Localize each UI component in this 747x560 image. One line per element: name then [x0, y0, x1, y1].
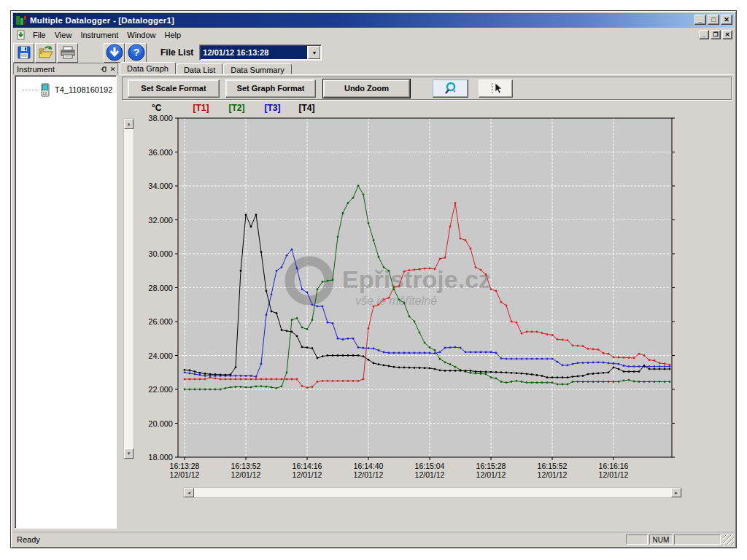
app-window: Multiple Datalogger - [Datalogger1] _ □ …: [10, 10, 737, 548]
file-list-combobox[interactable]: 12/01/12 16:13:28 ▼: [199, 44, 322, 61]
open-folder-icon: [38, 45, 54, 60]
tree-item-datalogger[interactable]: T4_1108160192: [15, 82, 116, 98]
mdi-minimize-button[interactable]: _: [699, 30, 709, 39]
maximize-button[interactable]: □: [708, 15, 719, 25]
tab-data-list[interactable]: Data List: [177, 63, 222, 74]
save-button[interactable]: [13, 43, 34, 63]
svg-text:12/01/12: 12/01/12: [354, 470, 384, 479]
print-button[interactable]: [57, 43, 78, 63]
tab-data-summary[interactable]: Data Summary: [223, 63, 291, 74]
menu-view[interactable]: View: [50, 29, 77, 41]
svg-text:36.000: 36.000: [148, 148, 173, 157]
instrument-panel-title: Instrument: [17, 65, 55, 74]
svg-text:12/01/12: 12/01/12: [476, 470, 506, 479]
app-icon: [15, 15, 27, 26]
tab-strip: Data Graph Data List Data Summary: [120, 62, 734, 74]
status-cell-1: [626, 534, 648, 545]
svg-text:32.000: 32.000: [148, 216, 173, 225]
collect-data-button[interactable]: [104, 43, 125, 63]
mdi-restore-button[interactable]: ❐: [711, 30, 721, 39]
question-mark-icon: ?: [128, 44, 145, 61]
svg-text:vše je měřitelné: vše je měřitelné: [355, 295, 437, 307]
printer-icon: [60, 45, 76, 60]
svg-text:16:14:40: 16:14:40: [354, 462, 384, 470]
status-bar: Ready NUM: [13, 532, 734, 545]
magnifier-icon: [444, 82, 458, 95]
svg-text:16:15:52: 16:15:52: [538, 462, 568, 470]
status-cell-2: [674, 534, 721, 545]
data-graph-page: Set Scale Format Set Graph Format Undo Z…: [120, 74, 734, 530]
svg-text:12/01/12: 12/01/12: [415, 470, 445, 479]
set-scale-format-button[interactable]: Set Scale Format: [128, 79, 220, 98]
save-icon: [17, 45, 31, 60]
mdi-system-icon[interactable]: [15, 30, 26, 40]
pin-icon[interactable]: [98, 65, 108, 74]
svg-text:12/01/12: 12/01/12: [170, 470, 200, 479]
tree-item-label: T4_1108160192: [55, 85, 112, 94]
zoom-tool-button[interactable]: [433, 79, 468, 98]
svg-text:12/01/12: 12/01/12: [538, 470, 568, 479]
svg-text:24.000: 24.000: [148, 351, 173, 360]
svg-text:26.000: 26.000: [148, 317, 173, 326]
instrument-panel: Instrument ✕ T4_1108160192: [13, 63, 118, 530]
resize-grip[interactable]: [723, 534, 734, 545]
menu-instrument[interactable]: Instrument: [76, 29, 123, 41]
graph-toolbar: Set Scale Format Set Graph Format Undo Z…: [122, 77, 732, 100]
menu-window[interactable]: Window: [123, 29, 160, 41]
svg-text:16:13:52: 16:13:52: [231, 462, 261, 470]
svg-text:12/01/12: 12/01/12: [293, 470, 322, 479]
svg-text:12/01/12: 12/01/12: [231, 470, 261, 479]
datalogger-device-icon: [41, 83, 50, 97]
instrument-tree: T4_1108160192: [15, 75, 117, 529]
title-bar: Multiple Datalogger - [Datalogger1] _ □ …: [13, 13, 734, 28]
svg-text:34.000: 34.000: [148, 182, 173, 190]
svg-text:16:15:04: 16:15:04: [415, 462, 445, 470]
horizontal-scrollbar[interactable]: ◄ ►: [183, 487, 682, 498]
scroll-left-icon[interactable]: ◄: [184, 488, 194, 497]
scroll-right-icon[interactable]: ►: [671, 488, 681, 497]
main-toolbar: ? File List 12/01/12 16:13:28 ▼: [13, 42, 734, 63]
select-tool-button[interactable]: [479, 79, 513, 98]
scroll-up-icon[interactable]: ▲: [124, 119, 133, 129]
cursor-arrow-icon: [489, 82, 503, 95]
svg-text:12/01/12: 12/01/12: [599, 470, 629, 479]
svg-text:16:14:16: 16:14:16: [293, 462, 322, 470]
undo-zoom-button[interactable]: Undo Zoom: [323, 79, 410, 98]
svg-text:16:13:28: 16:13:28: [170, 462, 200, 470]
svg-text:18.000: 18.000: [148, 453, 173, 462]
y-axis-labels: 38.00036.00034.00032.00030.00028.00026.0…: [148, 114, 173, 462]
x-axis-labels: 16:13:2812/01/1216:13:5212/01/1216:14:16…: [170, 462, 629, 479]
num-lock-indicator: NUM: [649, 534, 673, 545]
close-button[interactable]: ✕: [721, 15, 732, 25]
window-title: Multiple Datalogger - [Datalogger1]: [30, 16, 174, 25]
combobox-dropdown-icon[interactable]: ▼: [308, 46, 320, 59]
svg-text:28.000: 28.000: [148, 284, 173, 292]
vertical-scrollbar[interactable]: ▲ ▼: [123, 118, 134, 459]
svg-text:22.000: 22.000: [148, 385, 173, 394]
tab-data-graph[interactable]: Data Graph: [120, 62, 176, 74]
menu-file[interactable]: File: [28, 29, 50, 41]
file-list-selected-value: 12/01/12 16:13:28: [201, 46, 307, 59]
download-arrow-icon: [106, 44, 123, 61]
set-graph-format-button[interactable]: Set Graph Format: [225, 79, 316, 98]
svg-text:16:16:16: 16:16:16: [599, 462, 629, 470]
menu-help[interactable]: Help: [160, 29, 185, 41]
toolbar-separator: [79, 43, 104, 63]
scroll-down-icon[interactable]: ▼: [124, 448, 133, 459]
tree-branch-line: [23, 90, 39, 90]
file-list-label: File List: [160, 47, 193, 58]
svg-text:38.000: 38.000: [148, 114, 173, 122]
instrument-panel-header: Instrument ✕: [13, 63, 118, 74]
mdi-close-button[interactable]: ✕: [722, 30, 732, 39]
panel-close-icon[interactable]: ✕: [108, 65, 117, 74]
menu-bar: File View Instrument Window Help _ ❐ ✕: [13, 28, 734, 41]
temperature-chart[interactable]: Epřistroje.czvše je měřitelné38.00036.00…: [135, 104, 719, 484]
help-button[interactable]: ?: [125, 43, 147, 63]
svg-text:30.000: 30.000: [148, 249, 173, 258]
svg-text:16:15:28: 16:15:28: [476, 462, 506, 470]
svg-text:20.000: 20.000: [148, 419, 173, 428]
svg-text:?: ?: [133, 47, 139, 58]
status-message: Ready: [17, 535, 40, 544]
minimize-button[interactable]: _: [694, 15, 706, 25]
open-button[interactable]: [35, 43, 56, 63]
